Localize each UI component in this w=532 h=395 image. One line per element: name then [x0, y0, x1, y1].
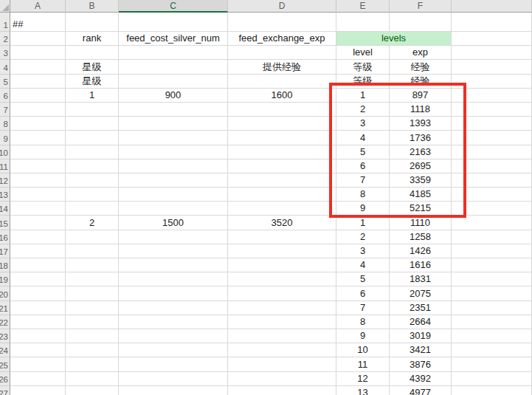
row-header-9[interactable]: 9 — [0, 131, 10, 145]
cell-E9[interactable]: 4 — [336, 131, 390, 145]
cell-G23[interactable] — [452, 329, 532, 343]
cell-A20[interactable] — [10, 286, 66, 300]
cell-G2[interactable] — [452, 32, 532, 46]
cell-D26[interactable] — [228, 372, 336, 386]
cell-D2[interactable]: feed_exchange_exp — [228, 32, 336, 46]
cell-E8[interactable]: 3 — [336, 117, 390, 131]
cell-B5[interactable]: 星级 — [66, 75, 119, 89]
cell-F4[interactable]: 经验 — [390, 60, 452, 74]
column-header-B[interactable]: B — [66, 0, 119, 13]
cell-D16[interactable] — [228, 230, 336, 244]
row-header-27[interactable]: 27 — [0, 386, 10, 395]
cell-G20[interactable] — [452, 286, 532, 300]
cell-B21[interactable] — [66, 301, 119, 315]
cell-A16[interactable] — [10, 230, 66, 244]
cell-C3[interactable] — [119, 46, 228, 60]
cell-C19[interactable] — [119, 272, 228, 286]
cell-A19[interactable] — [10, 272, 66, 286]
cell-F6[interactable]: 897 — [390, 89, 452, 103]
cell-A12[interactable] — [10, 174, 66, 188]
row-header-10[interactable]: 10 — [0, 145, 10, 159]
cell-E3[interactable]: level — [336, 46, 390, 60]
cell-B19[interactable] — [66, 272, 119, 286]
row-header-14[interactable]: 14 — [0, 202, 10, 216]
cell-A8[interactable] — [10, 117, 66, 131]
cell-E7[interactable]: 2 — [336, 103, 390, 117]
cell-F24[interactable]: 3421 — [390, 343, 452, 357]
cell-B8[interactable] — [66, 117, 119, 131]
cell-G18[interactable] — [452, 258, 532, 272]
cell-C13[interactable] — [119, 188, 228, 202]
cell-A7[interactable] — [10, 103, 66, 117]
cell-B22[interactable] — [66, 315, 119, 329]
cell-C22[interactable] — [119, 315, 228, 329]
cell-G21[interactable] — [452, 301, 532, 315]
cell-F27[interactable]: 4977 — [390, 386, 452, 395]
cell-G8[interactable] — [452, 117, 532, 131]
cell-G11[interactable] — [452, 159, 532, 174]
cell-D23[interactable] — [228, 329, 336, 343]
cell-B24[interactable] — [66, 343, 119, 357]
cell-D27[interactable] — [228, 386, 336, 395]
cell-A6[interactable] — [10, 89, 66, 103]
cell-A26[interactable] — [10, 372, 66, 386]
row-header-17[interactable]: 17 — [0, 244, 10, 258]
cell-E10[interactable]: 5 — [336, 145, 390, 159]
cell-A24[interactable] — [10, 343, 66, 357]
row-header-6[interactable]: 6 — [0, 89, 10, 103]
cell-F5[interactable]: 经验 — [390, 75, 452, 89]
cell-E25[interactable]: 11 — [336, 357, 390, 371]
cell-G19[interactable] — [452, 272, 532, 286]
column-header-D[interactable]: D — [228, 0, 336, 13]
cell-A14[interactable] — [10, 202, 66, 216]
cell-C12[interactable] — [119, 174, 228, 188]
cell-G16[interactable] — [452, 230, 532, 244]
cell-E23[interactable]: 9 — [336, 329, 390, 343]
cell-G15[interactable] — [452, 216, 532, 230]
cell-D1[interactable] — [228, 13, 336, 32]
cell-A1[interactable]: ## — [10, 13, 66, 32]
cell-A15[interactable] — [10, 216, 66, 230]
cell-G10[interactable] — [452, 145, 532, 159]
cell-C4[interactable] — [119, 60, 228, 74]
row-header-11[interactable]: 11 — [0, 159, 10, 174]
cell-F20[interactable]: 2075 — [390, 286, 452, 300]
cell-D4[interactable]: 提供经验 — [228, 60, 336, 74]
cell-C2[interactable]: feed_cost_silver_num — [119, 32, 228, 46]
cell-F21[interactable]: 2351 — [390, 301, 452, 315]
cell-B15[interactable]: 2 — [66, 216, 119, 230]
cell-C23[interactable] — [119, 329, 228, 343]
cell-A17[interactable] — [10, 244, 66, 258]
cell-B12[interactable] — [66, 174, 119, 188]
cell-B2[interactable]: rank — [66, 32, 119, 46]
cell-F13[interactable]: 4185 — [390, 188, 452, 202]
cell-B10[interactable] — [66, 145, 119, 159]
cell-D25[interactable] — [228, 357, 336, 371]
cell-F1[interactable] — [390, 13, 452, 32]
row-header-8[interactable]: 8 — [0, 117, 10, 131]
cell-E24[interactable]: 10 — [336, 343, 390, 357]
cell-A11[interactable] — [10, 159, 66, 174]
cell-A25[interactable] — [10, 357, 66, 371]
cell-D17[interactable] — [228, 244, 336, 258]
cell-C26[interactable] — [119, 372, 228, 386]
select-all-corner[interactable] — [0, 0, 10, 13]
cell-G13[interactable] — [452, 188, 532, 202]
cell-G7[interactable] — [452, 103, 532, 117]
cell-B20[interactable] — [66, 286, 119, 300]
cell-E27[interactable]: 13 — [336, 386, 390, 395]
cell-G26[interactable] — [452, 372, 532, 386]
cell-C17[interactable] — [119, 244, 228, 258]
cell-B26[interactable] — [66, 372, 119, 386]
cell-C11[interactable] — [119, 159, 228, 174]
cell-G6[interactable] — [452, 89, 532, 103]
cell-C5[interactable] — [119, 75, 228, 89]
cell-A13[interactable] — [10, 188, 66, 202]
cell-C9[interactable] — [119, 131, 228, 145]
cell-F7[interactable]: 1118 — [390, 103, 452, 117]
row-header-19[interactable]: 19 — [0, 272, 10, 286]
cell-G1[interactable] — [452, 13, 532, 32]
row-header-25[interactable]: 25 — [0, 357, 10, 371]
cell-F23[interactable]: 3019 — [390, 329, 452, 343]
cell-C14[interactable] — [119, 202, 228, 216]
